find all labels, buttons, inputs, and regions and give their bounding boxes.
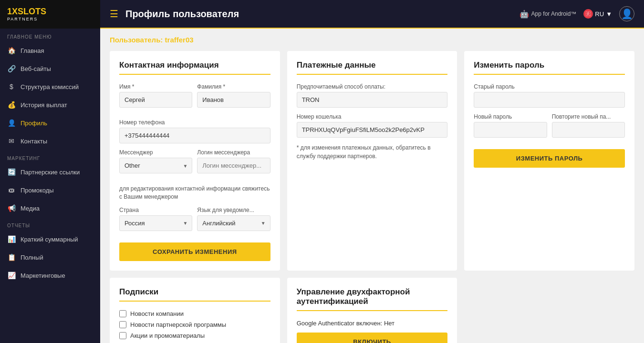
save-contact-button[interactable]: СОХРАНИТЬ ИЗМЕНЕНИЯ [119, 242, 270, 261]
sub-checkbox-2[interactable] [119, 332, 126, 339]
old-password-group: Старый пароль [474, 83, 625, 108]
sidebar-item-commission[interactable]: $ Структура комиссий [0, 78, 100, 96]
sidebar-item-label: Маркетинговые [21, 272, 65, 279]
subscriptions-title: Подписки [119, 287, 270, 302]
page-title: Профиль пользователя [125, 9, 512, 20]
old-password-input[interactable] [474, 92, 625, 108]
contact-info-note: для редактирования контактной информации… [119, 185, 270, 201]
subscriptions-card: Подписки Новости компании Новости партне… [110, 278, 280, 343]
sidebar-item-label: Структура комиссий [21, 83, 79, 91]
first-name-group: Имя * [119, 83, 192, 108]
android-badge[interactable]: 🤖 App for Android™ [519, 10, 577, 19]
sidebar-item-label: Веб-сайты [21, 65, 51, 72]
new-password-group: Новый пароль [474, 113, 547, 138]
sidebar-item-profile[interactable]: 👤 Профиль [0, 114, 100, 132]
confirm-password-input[interactable] [552, 122, 625, 138]
last-name-label: Фамилия * [197, 83, 270, 90]
payouts-icon: 💰 [7, 101, 16, 109]
phone-input[interactable] [119, 128, 270, 143]
brand-name: 1XSLOTS [7, 7, 46, 16]
android-label: App for Android™ [531, 10, 577, 17]
contact-info-card: Контактная информация Имя * Фамилия * Но… [110, 51, 280, 271]
twofa-title: Управление двухфакторной аутентификацией [297, 287, 448, 311]
payment-method-label: Предпочитаемый способ оплаты: [297, 83, 448, 90]
sidebar-item-partner-links[interactable]: 🔄 Партнерские ссылки [0, 163, 100, 181]
new-pass-row: Новый пароль Повторите новый па... [474, 113, 625, 143]
payment-info-card: Платежные данные Предпочитаемый способ о… [287, 51, 457, 271]
main-area: ☰ Профиль пользователя 🤖 App for Android… [100, 0, 644, 343]
sub-item-2: Акции и промоматериалы [119, 332, 270, 339]
sidebar-item-label: Промокоды [21, 187, 54, 194]
sub-checkbox-1[interactable] [119, 321, 126, 328]
sidebar-item-full[interactable]: 📋 Полный [0, 248, 100, 266]
sub-label-0: Новости компании [130, 310, 184, 317]
last-name-input[interactable] [197, 92, 270, 108]
sidebar-item-websites[interactable]: 🔗 Веб-сайты [0, 60, 100, 78]
bottom-cards-row: Подписки Новости компании Новости партне… [110, 278, 634, 343]
user-avatar[interactable]: 👤 [619, 6, 634, 21]
lang-label: RU [595, 10, 604, 18]
sidebar-item-marketing-reports[interactable]: 📈 Маркетинговые [0, 266, 100, 284]
notify-lang-group: Язык для уведомле... Английский Русский [197, 207, 270, 231]
messenger-login-label: Логин мессенджера [197, 149, 270, 156]
messenger-group: Мессенджер Other Telegram WhatsApp Viber [119, 149, 192, 173]
sidebar: 1XSLOTS PARTNERS ГЛАВНОЕ МЕНЮ 🏠 Главная … [0, 0, 100, 343]
sidebar-item-contacts[interactable]: ✉ Контакты [0, 132, 100, 150]
partner-links-icon: 🔄 [7, 168, 16, 176]
sub-item-0: Новости компании [119, 310, 270, 317]
old-password-label: Старый пароль [474, 83, 625, 90]
contact-info-title: Контактная информация [119, 61, 270, 75]
marketing-reports-icon: 📈 [7, 271, 16, 280]
change-password-title: Изменить пароль [474, 61, 625, 75]
header: ☰ Профиль пользователя 🤖 App for Android… [100, 0, 644, 29]
sub-label-2: Акции и промоматериалы [130, 332, 205, 339]
home-icon: 🏠 [7, 46, 16, 55]
sidebar-logo: 1XSLOTS PARTNERS [0, 0, 100, 29]
promo-icon: 🎟 [7, 186, 16, 194]
header-right: 🤖 App for Android™ 🇷 RU ▼ 👤 [519, 6, 634, 21]
twofa-card: Управление двухфакторной аутентификацией… [287, 278, 457, 343]
sidebar-item-media[interactable]: 📢 Медиа [0, 199, 100, 217]
change-password-button[interactable]: ИЗМЕНИТЬ ПАРОЛЬ [474, 149, 625, 168]
messenger-login-group: Логин мессенджера [197, 149, 270, 173]
wallet-input[interactable] [297, 122, 448, 138]
notify-lang-select-wrapper: Английский Русский [197, 215, 270, 231]
sidebar-item-label: Краткий суммарный [21, 236, 78, 243]
sidebar-item-payouts[interactable]: 💰 История выплат [0, 96, 100, 114]
bottom-card-placeholder [464, 278, 634, 343]
notify-lang-select[interactable]: Английский Русский [197, 215, 270, 231]
new-password-input[interactable] [474, 122, 547, 138]
payment-method-input[interactable] [297, 92, 448, 108]
content-area: Пользователь: traffer03 Контактная инфор… [100, 29, 644, 343]
sidebar-item-label: Контакты [21, 138, 47, 145]
first-name-label: Имя * [119, 83, 192, 90]
lang-selector[interactable]: 🇷 RU ▼ [583, 9, 612, 19]
menu-toggle-icon[interactable]: ☰ [110, 8, 118, 20]
notify-lang-label: Язык для уведомле... [197, 207, 270, 213]
messenger-select[interactable]: Other Telegram WhatsApp Viber [119, 158, 192, 173]
sub-item-1: Новости партнерской программы [119, 321, 270, 328]
messenger-select-wrapper: Other Telegram WhatsApp Viber [119, 158, 192, 173]
sidebar-item-label: Партнерские ссылки [21, 169, 80, 176]
contacts-icon: ✉ [7, 137, 16, 145]
sidebar-item-promo[interactable]: 🎟 Промокоды [0, 181, 100, 199]
sidebar-item-label: История выплат [21, 101, 67, 109]
commission-icon: $ [7, 82, 16, 91]
messenger-login-input[interactable] [197, 158, 270, 173]
sub-checkbox-0[interactable] [119, 310, 126, 317]
country-lang-row: Страна Россия Беларусь Украина Язык для … [119, 207, 270, 237]
confirm-password-group: Повторите новый па... [552, 113, 625, 138]
chevron-down-icon: ▼ [606, 10, 612, 18]
country-select[interactable]: Россия Беларусь Украина [119, 215, 192, 231]
country-select-wrapper: Россия Беларусь Украина [119, 215, 192, 231]
user-bar: Пользователь: traffer03 [110, 36, 634, 44]
sub-label-1: Новости партнерской программы [130, 321, 226, 328]
media-icon: 📢 [7, 204, 16, 212]
reports-label: ОТЧЕТЫ [0, 217, 100, 230]
summary-icon: 📊 [7, 235, 16, 243]
sidebar-item-home[interactable]: 🏠 Главная [0, 41, 100, 60]
first-name-input[interactable] [119, 92, 192, 108]
profile-icon: 👤 [7, 119, 16, 127]
sidebar-item-summary[interactable]: 📊 Краткий суммарный [0, 230, 100, 248]
twofa-enable-button[interactable]: ВКЛЮЧИТЬ [297, 333, 448, 343]
